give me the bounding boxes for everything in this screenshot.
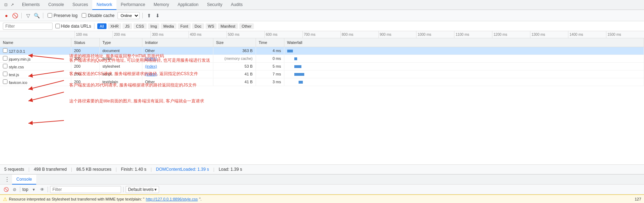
filter-type-xhr[interactable]: XHR — [108, 23, 121, 29]
tab-security[interactable]: Security — [203, 0, 227, 10]
table-header-row: Name Status Type Initiator Size Time Wat… — [0, 38, 644, 47]
warning-text: Resource interpreted as Stylesheet but t… — [9, 197, 144, 201]
cell-initiator[interactable]: (index) — [142, 55, 213, 62]
hide-data-urls-text: Hide data URLs — [61, 24, 91, 29]
tick-700: 700 ms — [302, 31, 340, 38]
cell-size: 41 B — [213, 70, 256, 78]
tab-network[interactable]: Network — [92, 0, 116, 10]
cell-initiator[interactable]: (index) — [142, 70, 213, 78]
annotation-arrow-4 — [0, 85, 249, 103]
transferred-size: 498 B transferred — [34, 167, 67, 172]
search-icon[interactable]: 🔍 — [33, 12, 40, 19]
download-icon[interactable]: ⬇ — [154, 12, 161, 19]
tick-1200: 1200 ms — [492, 31, 530, 38]
console-menu-icon[interactable]: ⋮ — [3, 176, 11, 183]
preserve-log-checkbox[interactable] — [48, 13, 52, 18]
filter-type-all[interactable]: All — [97, 23, 107, 29]
throttle-select[interactable]: Online — [118, 12, 140, 19]
table-row[interactable]: 127.0.0.1200documentOther363 B4 ms — [0, 47, 644, 55]
table-row[interactable]: style.css200stylesheet(index)53 B5 ms — [0, 62, 644, 70]
filter-type-ws[interactable]: WS — [206, 23, 217, 29]
hide-data-urls-label[interactable]: Hide data URLs — [55, 24, 91, 29]
console-section: ⋮ Console 🚫 ⊘ top ▾ 👁 Default levels ▾ ⚠… — [0, 174, 644, 203]
col-header-initiator[interactable]: Initiator — [142, 38, 213, 47]
cell-type: stylesheet — [99, 62, 142, 70]
console-clear-icon[interactable]: 🚫 — [3, 186, 9, 193]
filter-type-img[interactable]: Img — [148, 23, 159, 29]
warning-link[interactable]: http://127.0.0.1:8896/style.css — [146, 197, 198, 201]
filter-type-css[interactable]: CSS — [133, 23, 147, 29]
tab-application[interactable]: Application — [173, 0, 203, 10]
table-row[interactable]: favicon.ico200text/plainOther41 B3 ms — [0, 78, 644, 86]
col-header-size[interactable]: Size — [213, 38, 256, 47]
upload-icon[interactable]: ⬆ — [146, 12, 153, 19]
filter-input[interactable] — [3, 23, 53, 30]
col-header-name[interactable]: Name — [0, 38, 71, 47]
clear-button[interactable]: 🚫 — [11, 12, 18, 19]
cell-type: script — [99, 70, 142, 78]
toolbar-sep-3 — [142, 13, 143, 18]
cell-type: document — [99, 47, 142, 55]
console-tab-console[interactable]: Console — [12, 175, 36, 185]
console-eye-icon[interactable]: 👁 — [39, 186, 45, 193]
default-levels-button[interactable]: Default levels ▾ — [126, 186, 159, 193]
cell-waterfall — [284, 62, 644, 70]
row-checkbox[interactable] — [3, 64, 7, 68]
row-checkbox[interactable] — [3, 56, 7, 61]
filter-type-js[interactable]: JS — [122, 23, 132, 29]
filter-type-manifest[interactable]: Manifest — [218, 23, 238, 29]
row-checkbox[interactable] — [3, 79, 7, 84]
row-checkbox[interactable] — [3, 48, 7, 53]
col-header-time[interactable]: Time — [256, 38, 284, 47]
preserve-log-label[interactable]: Preserve log — [48, 13, 77, 18]
devtools-icon-1[interactable]: ⊡ — [3, 2, 9, 8]
cell-initiator: Other — [142, 47, 213, 55]
cell-size: 53 B — [213, 62, 256, 70]
filter-type-doc[interactable]: Doc — [192, 23, 204, 29]
console-sep-1 — [20, 187, 20, 192]
toolbar-sep-2 — [43, 13, 43, 18]
devtools-icon-2[interactable]: ↗ — [9, 2, 15, 8]
cell-type: script — [99, 55, 142, 62]
timeline-bar: 100 ms 200 ms 300 ms 400 ms 500 ms 600 m… — [0, 31, 644, 38]
cell-status: 200 — [71, 70, 99, 78]
disable-cache-checkbox[interactable] — [82, 13, 86, 18]
cell-name: favicon.ico — [0, 78, 71, 86]
console-filter-input[interactable] — [50, 186, 121, 193]
cell-initiator[interactable]: (index) — [142, 62, 213, 70]
col-header-waterfall[interactable]: Waterfall — [284, 38, 644, 47]
tick-200: 200 ms — [113, 31, 151, 38]
filter-type-other[interactable]: Other — [239, 23, 254, 29]
dom-content-loaded: DOMContentLoaded: 1.39 s — [156, 167, 209, 172]
disable-cache-label[interactable]: Disable cache — [82, 13, 114, 18]
tab-performance[interactable]: Performance — [116, 0, 149, 10]
tab-audits[interactable]: Audits — [227, 0, 247, 10]
cell-status: 200 — [71, 62, 99, 70]
warning-bar: ⚠ Resource interpreted as Stylesheet but… — [0, 194, 644, 203]
col-header-type[interactable]: Type — [99, 38, 142, 47]
filter-type-media[interactable]: Media — [161, 23, 176, 29]
cell-time: 3 ms — [256, 78, 284, 86]
tab-elements[interactable]: Elements — [18, 0, 44, 10]
tab-console[interactable]: Console — [44, 0, 68, 10]
status-bar: 5 requests | 498 B transferred | 86.5 KB… — [0, 164, 644, 174]
record-button[interactable]: ● — [3, 12, 10, 19]
tab-memory[interactable]: Memory — [149, 0, 173, 10]
col-header-status[interactable]: Status — [71, 38, 99, 47]
cell-time: 7 ms — [256, 70, 284, 78]
preserve-log-text: Preserve log — [54, 13, 77, 18]
console-top-chevron[interactable]: ▾ — [31, 186, 37, 193]
tab-sources[interactable]: Sources — [68, 0, 92, 10]
table-row[interactable]: jquery.min.js200script(index)(memory cac… — [0, 55, 644, 62]
hide-data-urls-checkbox[interactable] — [55, 24, 60, 28]
console-top-label: top — [22, 187, 28, 192]
cell-time: 5 ms — [256, 62, 284, 70]
filter-icon[interactable]: ▽ — [24, 12, 32, 19]
row-checkbox[interactable] — [3, 72, 7, 76]
annotation-text-5: 这个路径索要的是title前面的图片, 服务端没有返回, 客户端就会一直请求 — [69, 98, 204, 104]
filter-type-font[interactable]: Font — [178, 23, 191, 29]
annotation-arrow-5 — [0, 99, 284, 128]
cell-name: test.js — [0, 70, 71, 78]
console-filter-icon[interactable]: ⊘ — [11, 186, 18, 193]
table-row[interactable]: test.js200script(index)41 B7 ms — [0, 70, 644, 78]
